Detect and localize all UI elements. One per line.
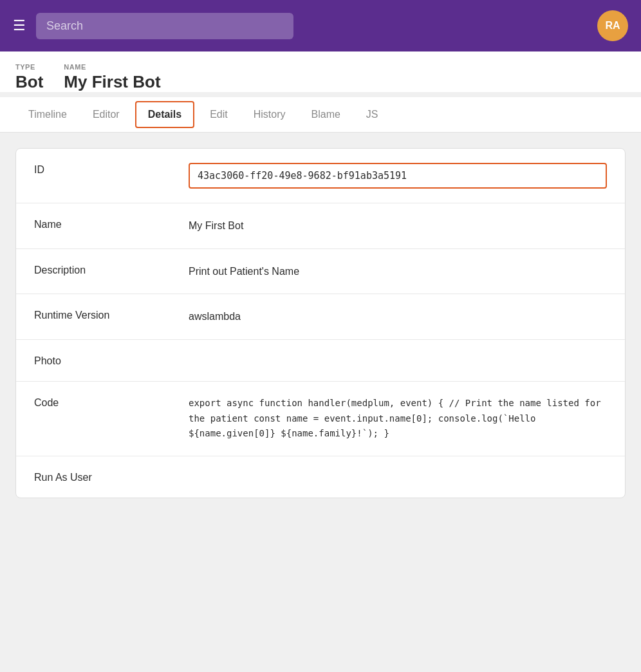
name-group: NAME My First Bot [64, 63, 160, 92]
name-label: NAME [64, 63, 160, 71]
detail-value-id[interactable]: 43ac3060-ff20-49e8-9682-bf91ab3a5191 [189, 163, 607, 189]
tab-editor[interactable]: Editor [80, 100, 133, 129]
detail-row-id: ID 43ac3060-ff20-49e8-9682-bf91ab3a5191 [16, 149, 625, 203]
detail-label-description: Description [34, 263, 189, 276]
detail-label-photo: Photo [34, 354, 189, 367]
detail-label-name: Name [34, 218, 189, 230]
detail-label-code: Code [34, 396, 189, 409]
detail-label-runasuser: Run As User [34, 471, 189, 483]
details-card: ID 43ac3060-ff20-49e8-9682-bf91ab3a5191 … [15, 148, 626, 498]
name-value: My First Bot [64, 72, 160, 92]
main-content: ID 43ac3060-ff20-49e8-9682-bf91ab3a5191 … [0, 133, 641, 514]
detail-value-runtime: awslambda [189, 308, 607, 325]
app-header: ☰ RA [0, 0, 641, 51]
type-value: Bot [15, 72, 43, 92]
tab-js[interactable]: JS [353, 100, 391, 129]
tab-blame[interactable]: Blame [299, 100, 353, 129]
detail-row-description: Description Print out Patient's Name [16, 249, 625, 295]
detail-row-photo: Photo [16, 340, 625, 382]
detail-row-runtime: Runtime Version awslambda [16, 294, 625, 340]
avatar[interactable]: RA [597, 10, 628, 41]
detail-label-id: ID [34, 163, 189, 176]
tab-details[interactable]: Details [135, 101, 194, 128]
detail-value-description: Print out Patient's Name [189, 263, 607, 280]
tab-history[interactable]: History [241, 100, 299, 129]
detail-row-code: Code export async function handler(medpl… [16, 382, 625, 456]
menu-icon[interactable]: ☰ [13, 17, 26, 34]
detail-row-name: Name My First Bot [16, 203, 625, 249]
tabs-nav: Timeline Editor Details Edit History Bla… [0, 97, 641, 133]
detail-row-runasuser: Run As User [16, 456, 625, 498]
title-area: TYPE Bot NAME My First Bot [0, 51, 641, 92]
detail-value-name: My First Bot [189, 218, 607, 234]
detail-label-runtime: Runtime Version [34, 308, 189, 321]
type-label: TYPE [15, 63, 43, 71]
tab-edit[interactable]: Edit [197, 100, 241, 129]
detail-value-code: export async function handler(medplum, e… [189, 396, 607, 442]
search-input[interactable] [36, 13, 293, 39]
tab-timeline[interactable]: Timeline [15, 100, 80, 129]
type-group: TYPE Bot [15, 63, 43, 92]
